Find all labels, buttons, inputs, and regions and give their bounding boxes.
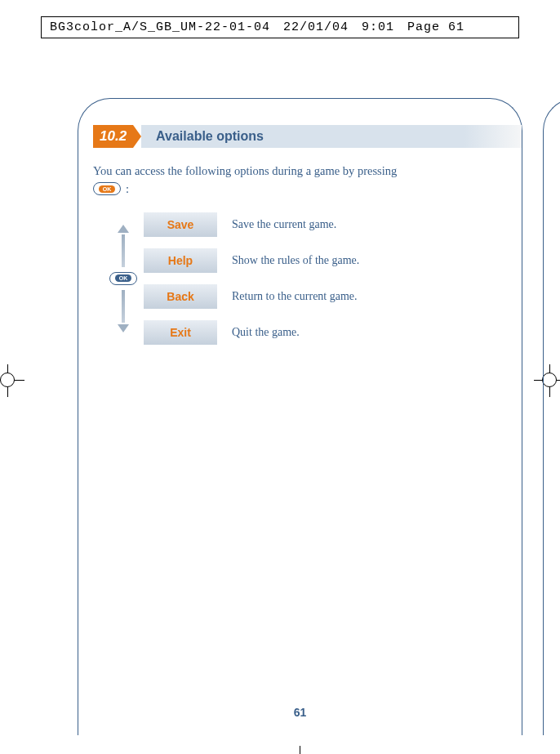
nav-ok-label: OK [115,274,132,282]
meta-date: 22/01/04 [283,20,349,34]
option-row-help: Help Show the rules of the game. [144,248,522,273]
option-row-save: Save Save the current game. [144,212,522,237]
adjacent-page-frame [543,98,560,735]
arrow-down-icon [118,324,129,332]
option-desc: Save the current game. [232,218,336,231]
ok-button-label: OK [99,185,116,193]
section-header: 10.2 Available options [93,125,522,148]
section-title: Available options [141,125,522,148]
intro-ok-row: OK : [93,182,522,196]
nav-ok-icon: OK [109,272,137,285]
option-label: Exit [144,320,217,345]
section-number-badge: 10.2 [93,125,133,148]
page-number: 61 [78,706,522,719]
option-label: Save [144,212,217,237]
option-desc: Quit the game. [232,326,300,339]
options-block: OK Save Save the current game. Help Show… [103,212,522,345]
option-row-back: Back Return to the current game. [144,284,522,309]
page-frame: 10.2 Available options You can access th… [78,98,522,735]
option-label: Help [144,248,217,273]
intro-colon: : [126,182,129,196]
intro-text: You can access the following options dur… [93,163,499,181]
options-list: Save Save the current game. Help Show th… [144,212,522,345]
option-desc: Return to the current game. [232,290,358,303]
header-meta-bar: BG3color_A/S_GB_UM-22-01-04 22/01/04 9:0… [41,16,519,38]
ok-button-icon: OK [93,182,121,195]
option-desc: Show the rules of the game. [232,254,359,267]
arrow-down-bar [122,290,125,323]
meta-filename: BG3color_A/S_GB_UM-22-01-04 [50,20,270,34]
option-label: Back [144,284,217,309]
meta-page-label: Page 61 [407,20,464,34]
meta-time: 9:01 [362,20,394,34]
option-row-exit: Exit Quit the game. [144,320,522,345]
arrow-up-icon [118,225,129,233]
nav-arrows-column: OK [103,212,144,345]
arrow-up-bar [122,234,125,267]
